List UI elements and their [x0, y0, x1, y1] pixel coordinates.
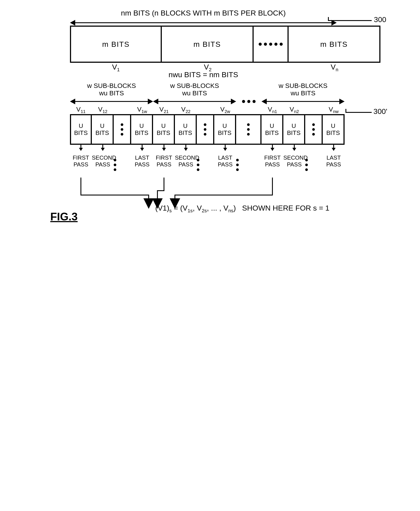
block-v-labels: V1 V2 Vn: [70, 63, 411, 73]
pass-first-1: FIRST PASS: [70, 143, 92, 171]
pass-second-1: SECOND PASS: [92, 143, 114, 171]
pass-last-1: LAST PASS: [131, 143, 153, 171]
formula-area: (V1)s = (V1s, V2s, ... , Vns) SHOWN HERE…: [9, 178, 411, 228]
pass-first-2: FIRST PASS: [153, 143, 175, 171]
pass-first-n: FIRST PASS: [262, 143, 283, 171]
group-dim-row: w SUB-BLOCKS wu BITS w SUB-BLOCKS wu BIT…: [70, 82, 411, 104]
pass-labels-row: FIRST PASS SECOND PASS LAST PASS FIRST P…: [70, 143, 411, 171]
pass-last-2: LAST PASS: [214, 143, 236, 171]
pass-second-n: SECOND PASS: [283, 143, 305, 171]
ref-300p: 300': [345, 112, 389, 119]
block-row-300: m BITS m BITS m BITS: [70, 26, 411, 63]
ref-300: 300: [328, 20, 385, 27]
block-v2: m BITS: [162, 26, 254, 63]
pass-second-2: SECOND PASS: [175, 143, 197, 171]
block-vn: m BITS: [289, 26, 380, 63]
figure-label: FIG.3: [50, 210, 78, 223]
pass-last-n: LAST PASS: [323, 143, 345, 171]
block-ellipsis: [254, 26, 289, 63]
top-dimension-label: nm BITS (n BLOCKS WITH m BITS PER BLOCK): [70, 9, 337, 20]
block-v1: m BITS: [70, 26, 162, 63]
formula-text: (V1)s = (V1s, V2s, ... , Vns) SHOWN HERE…: [155, 204, 330, 214]
dimension-arrow-top: [70, 20, 337, 26]
figure-3-diagram: nm BITS (n BLOCKS WITH m BITS PER BLOCK)…: [9, 9, 411, 228]
subblock-row-300p: UBITS UBITS UBITS UBITS UBITS UBITS UBIT…: [70, 114, 411, 145]
